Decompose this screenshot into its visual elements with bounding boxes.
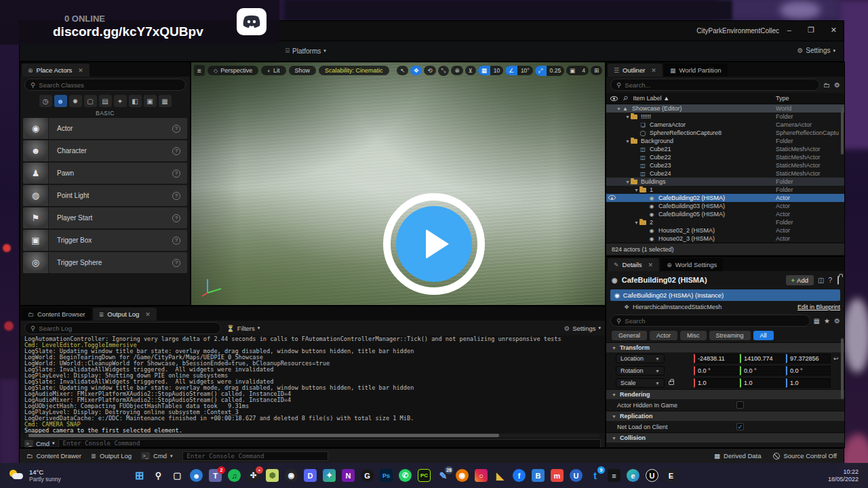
source-control-button[interactable]: Source Control Off — [773, 452, 837, 460]
component-instance-row[interactable]: ◉ CafeBuilding02 (HISMA) (Instance) — [610, 289, 840, 301]
outliner-row-1[interactable]: ▼1Folder — [606, 186, 844, 194]
derived-data-button[interactable]: ▦ Derived Data — [714, 452, 761, 460]
platforms-menu[interactable]: ⌸ Platforms ▾ — [285, 47, 326, 55]
outliner-row-spherereflectioncapture8[interactable]: ◯SphereReflectionCapture8SphereReflectio… — [606, 129, 844, 137]
twitter-icon[interactable]: t9 — [589, 469, 601, 482]
display-options-icon[interactable]: ▦ — [814, 317, 820, 325]
close-icon[interactable]: ✕ — [78, 67, 83, 74]
surface-snap-button[interactable]: ⊻ — [465, 66, 476, 75]
grid-snap-value[interactable]: 10 — [490, 66, 503, 75]
expand-arrow-icon[interactable]: ▼ — [625, 139, 631, 144]
maps-icon[interactable]: ⬢ — [266, 469, 279, 482]
log-settings-dropdown[interactable]: ⚙ Settings ▾ — [564, 325, 601, 332]
location-x-value[interactable]: -24838.11 — [694, 354, 738, 363]
tab-place-actors[interactable]: ⊕ Place Actors ✕ — [22, 64, 90, 77]
geometry-icon[interactable]: ◧ — [129, 95, 142, 107]
outliner-row-house02-2-hisma[interactable]: ◉House02_2 (HISMA)Actor — [606, 226, 844, 235]
spotify-icon[interactable]: ♫ — [228, 469, 241, 482]
minimize-button[interactable]: – — [787, 26, 791, 35]
component-row[interactable]: ❖ HierarchicalInstancedStaticMesh Edit i… — [606, 302, 844, 312]
location-y-value[interactable]: 14100.774 — [740, 354, 785, 363]
tab-outliner[interactable]: ☰ Outliner ✕ — [608, 64, 663, 77]
expand-arrow-icon[interactable]: ▼ — [625, 180, 631, 184]
help-icon[interactable]: ? — [828, 277, 832, 284]
console-command-input[interactable] — [58, 439, 601, 448]
move-tool-button[interactable]: ✥ — [410, 66, 422, 75]
rotation-y-value[interactable]: 0.0 ° — [740, 366, 785, 375]
u-app-icon[interactable]: U — [570, 469, 583, 482]
outliner-row-cameraactor[interactable]: ❏CameraActorCameraActor — [606, 121, 844, 129]
place-actor-item-point-light[interactable]: ◍Point Light? — [23, 185, 187, 206]
rotation-z-value[interactable]: 0.0 ° — [786, 366, 831, 375]
discord-icon[interactable]: D — [304, 469, 317, 482]
scale-snap-value[interactable]: 0.25 — [547, 66, 565, 76]
place-actors-search-input[interactable] — [39, 81, 180, 89]
maximize-viewport-button[interactable]: ⊞ — [591, 66, 602, 75]
place-actor-item-trigger-sphere[interactable]: ◎Trigger Sphere? — [23, 252, 187, 273]
expand-arrow-icon[interactable]: ▼ — [616, 106, 622, 111]
pc-app-icon[interactable]: PC — [418, 469, 431, 482]
place-actor-item-trigger-box[interactable]: ▣Trigger Box? — [23, 230, 187, 251]
details-search[interactable]: ⚲ — [610, 314, 810, 327]
eye-icon[interactable] — [608, 195, 616, 200]
place-actor-item-character[interactable]: ☻Character? — [23, 140, 187, 161]
outliner-row-[interactable]: ▼!!!!!!Folder — [606, 113, 844, 121]
visual-effects-icon[interactable]: ✦ — [114, 95, 127, 107]
reset-icon[interactable]: ↩ — [833, 355, 840, 362]
close-button[interactable]: ✕ — [831, 26, 837, 35]
tab-world-settings[interactable]: ⊕ World Settings — [660, 258, 723, 271]
pen-icon[interactable]: ✎28 — [437, 469, 450, 482]
camera-speed-button[interactable]: ▣4 — [566, 66, 589, 75]
scale-snap-button[interactable]: ⤢0.25 — [535, 66, 564, 76]
cmd-dropdown[interactable]: >_ Cmd ▾ — [24, 440, 55, 447]
close-icon[interactable]: ✕ — [648, 262, 654, 268]
outliner-row-showcase-editor[interactable]: ▼▲Showcase (Editor)World — [606, 104, 844, 113]
details-scrollbar[interactable] — [841, 338, 844, 399]
outliner-row-2[interactable]: ▼2Folder — [606, 218, 844, 226]
shapes-icon[interactable]: ▢ — [84, 95, 97, 107]
outliner-row-cube22[interactable]: ◫Cube22StaticMeshActor — [606, 153, 844, 161]
recently-placed-icon[interactable]: ◷ — [39, 95, 52, 107]
taskbar-clock[interactable]: 10:22 18/05/2022 — [828, 468, 859, 483]
outliner-row-house02-3-hisma[interactable]: ◉House02_3 (HISMA)Actor — [606, 235, 844, 243]
blueprint-graph-icon[interactable]: ◫ — [818, 277, 824, 284]
favorites-icon[interactable]: ★ — [824, 317, 830, 325]
outliner-row-cafebuilding03-hisma[interactable]: ◉CafeBuilding03 (HISMA)Actor — [606, 202, 844, 210]
volumes-icon[interactable]: ▣ — [144, 95, 157, 107]
log-search-input[interactable] — [39, 325, 215, 332]
status-console-command-input[interactable] — [182, 451, 328, 461]
outliner-row-buildings[interactable]: ▼BuildingsFolder — [606, 178, 844, 186]
basic-icon[interactable]: ☻ — [54, 95, 67, 107]
whatsapp-icon[interactable]: ✆ — [399, 469, 412, 482]
scale-tool-button[interactable]: ⤡ — [438, 66, 450, 76]
rotate-tool-button[interactable]: ⟲ — [424, 66, 435, 75]
unreal-icon[interactable]: U — [646, 469, 658, 482]
scale-x-value[interactable]: 1.0 — [694, 378, 738, 388]
filter-misc[interactable]: Misc — [680, 331, 707, 340]
camera-speed-value[interactable]: 4 — [578, 66, 589, 75]
onenote-icon[interactable]: N — [342, 469, 355, 482]
outliner-search-input[interactable] — [625, 81, 814, 89]
outliner-row-cube23[interactable]: ◫Cube23StaticMeshActor — [606, 161, 844, 169]
settings-menu[interactable]: ⚙ Settings ▾ — [797, 47, 835, 54]
b-app-icon[interactable]: B — [532, 469, 545, 482]
lights-icon[interactable]: ✹ — [69, 95, 82, 107]
type-column[interactable]: Type — [776, 95, 789, 102]
outliner-row-cube24[interactable]: ◫Cube24StaticMeshActor — [606, 169, 844, 178]
new-folder-icon[interactable]: 🗀 — [823, 81, 830, 89]
filter-all[interactable]: All — [753, 331, 774, 340]
replication-section-header[interactable]: ▼Replication — [606, 411, 844, 421]
file-explorer-icon[interactable]: ▢ — [171, 469, 184, 482]
tab-details[interactable]: ✎ Details ✕ — [608, 258, 659, 271]
world-space-button[interactable]: ⊕ — [451, 66, 462, 75]
place-actors-search[interactable]: ⚲ — [24, 79, 186, 91]
log-horizontal-scrollbar[interactable] — [26, 434, 599, 437]
rendering-section-header[interactable]: ▼Rendering — [606, 389, 844, 399]
scale-dropdown[interactable]: Scale▼ — [616, 378, 665, 388]
outliner-row-cafebuilding02-hisma[interactable]: ◉CafeBuilding02 (HISMA)Actor — [606, 194, 844, 202]
cmd-dropdown[interactable]: >_ Cmd ▾ — [141, 452, 173, 460]
tab-output-log[interactable]: ≣ Output Log ✕ — [93, 308, 157, 321]
gold-files-icon[interactable]: ◣ — [494, 469, 507, 482]
gear-icon[interactable]: ⚙ — [834, 317, 840, 325]
item-label-column[interactable]: Item Label ▲ — [633, 95, 669, 102]
